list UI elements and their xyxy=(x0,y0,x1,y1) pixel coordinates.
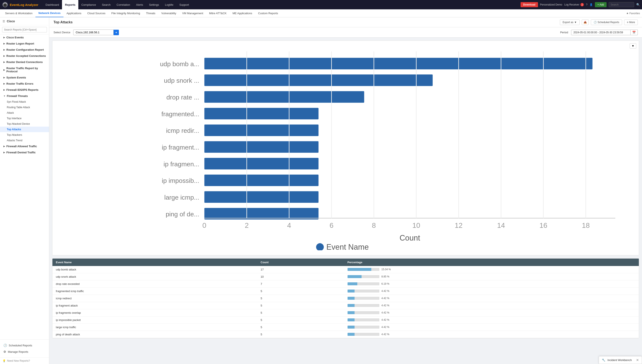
cell-event-name: ip fragment attack xyxy=(53,302,257,309)
footer-icon: ⚙ xyxy=(4,350,6,354)
cell-event-name: ip impossible packet xyxy=(53,316,257,324)
workbench-close-button[interactable]: ✕ xyxy=(636,358,639,362)
scheduled-reports-button[interactable]: 🕐 Scheduled Reports xyxy=(591,20,622,25)
sidebar-group-8[interactable]: ▶ Firewall IDS/IPS Reports xyxy=(0,87,49,93)
global-search-input[interactable] xyxy=(609,2,634,7)
second-nav-item-vm-management[interactable]: VM Management xyxy=(179,9,206,17)
sidebar-sub-top-attacks[interactable]: Top Attacks xyxy=(0,127,49,132)
second-nav-item-cloud-sources[interactable]: Cloud Sources xyxy=(84,9,108,17)
help-link[interactable]: ? xyxy=(586,3,587,6)
pct-text: 4.42 % xyxy=(382,297,389,300)
nav-item-support[interactable]: Support xyxy=(176,0,192,9)
device-input[interactable] xyxy=(73,30,114,35)
svg-rect-15 xyxy=(204,174,319,186)
workbench-icon: 🔧 xyxy=(602,358,605,362)
svg-text:Count: Count xyxy=(400,234,420,242)
sidebar-group-5[interactable]: ▶ Router Traffic Report by Protocol xyxy=(0,65,49,74)
chart-dropdown-button[interactable]: ▼ xyxy=(630,43,636,48)
sidebar-group-1[interactable]: ▶ Router Logon Report xyxy=(0,40,49,47)
clock-icon: 🕐 xyxy=(594,21,597,24)
caret-icon: ▶ xyxy=(4,55,5,57)
calendar-button[interactable]: 📅 xyxy=(630,30,638,35)
sidebar-footer-scheduled-reports[interactable]: 🕐Scheduled Reports xyxy=(3,342,47,348)
nav-item-alerts[interactable]: Alerts xyxy=(133,0,146,9)
pct-bar-cell: 15.04 % xyxy=(348,268,635,271)
sidebar-sub-attack[interactable]: Attack xyxy=(0,110,49,116)
device-add-button[interactable]: + xyxy=(114,30,119,35)
cell-event-name: ping of death attack xyxy=(53,331,257,338)
nav-item-dashboard[interactable]: Dashboard xyxy=(43,0,62,9)
sidebar-footer-manage-reports[interactable]: ⚙Manage Reports xyxy=(3,348,47,355)
sidebar-search-input[interactable] xyxy=(2,27,47,32)
pct-text: 8.85 % xyxy=(382,275,389,278)
cell-percentage: 15.04 % xyxy=(344,266,639,273)
pct-text: 4.42 % xyxy=(382,326,389,328)
second-nav-item-me-applications[interactable]: ME Applications xyxy=(229,9,255,17)
nav-item-compliance[interactable]: Compliance xyxy=(78,0,99,9)
sidebar-sub-top-interface[interactable]: Top Interface xyxy=(0,116,49,121)
main-nav-items: DashboardReportsComplianceSearchCorrelat… xyxy=(43,0,192,9)
sidebar-group-firewall-denied[interactable]: ▶ Firewall Denied Traffic xyxy=(0,149,49,156)
table-row: ping of death attack54.42 % xyxy=(53,331,639,338)
second-nav-item-servers---workstation[interactable]: Servers & Workstation xyxy=(2,9,36,17)
caret-icon: ▼ xyxy=(4,95,6,97)
more-button[interactable]: ≡ More xyxy=(624,20,638,25)
sidebar-group-9[interactable]: ▼ Firewall Threats xyxy=(0,93,49,99)
sidebar-group-7[interactable]: ▶ Router Traffic Errors xyxy=(0,80,49,87)
table-row: icmp redirect54.42 % xyxy=(53,295,639,302)
second-nav-item-file-integrity-monitoring[interactable]: File Integrity Monitoring xyxy=(109,9,143,17)
nav-item-logme[interactable]: LogMe xyxy=(162,0,176,9)
sidebar-sub-attacks-trend[interactable]: Attacks Trend xyxy=(0,138,49,143)
sidebar-group-6[interactable]: ▶ System Events xyxy=(0,74,49,80)
nav-item-reports[interactable]: Reports xyxy=(62,0,78,9)
nav-item-settings[interactable]: Settings xyxy=(146,0,162,9)
export-button[interactable]: Export as ▼ xyxy=(560,20,580,25)
download-button[interactable]: Download xyxy=(521,2,538,7)
second-nav-item-applications[interactable]: Applications xyxy=(64,9,84,17)
cell-count: 5 xyxy=(257,295,344,302)
svg-rect-1 xyxy=(204,58,592,69)
favorites-button[interactable]: ★ Favorites xyxy=(626,12,640,15)
sidebar-group-4[interactable]: ▶ Router Denied Connections xyxy=(0,59,49,65)
sidebar-group-firewall-allowed[interactable]: ▶ Firewall Allowed Traffic xyxy=(0,143,49,149)
pct-bar-bg xyxy=(348,268,379,271)
sidebar-sub-syn-flood-attack[interactable]: Syn Flood Attack xyxy=(0,99,49,104)
table-row: udp snork attack108.85 % xyxy=(53,273,639,280)
pct-bar-fill xyxy=(348,268,372,271)
sidebar-group-3[interactable]: ▶ Router Accepted Connections xyxy=(0,53,49,59)
pct-bar-fill xyxy=(348,311,355,314)
incident-workbench: 🔧 Incident Workbench ✕ xyxy=(599,356,642,364)
nav-item-search[interactable]: Search xyxy=(99,0,114,9)
second-nav-item-custom-reports[interactable]: Custom Reports xyxy=(255,9,281,17)
sidebar-group-0[interactable]: ▶ Cisco Events xyxy=(0,34,49,40)
caret-icon: ▶ xyxy=(4,61,5,63)
second-nav-item-mitre-att-ck[interactable]: Mitre ATT&CK xyxy=(206,9,229,17)
pct-text: 4.42 % xyxy=(382,333,389,336)
share-icon-button[interactable]: 📤 xyxy=(582,20,589,25)
personalized-demo-link[interactable]: Personalized Demo xyxy=(540,3,562,6)
pct-bar-cell: 4.42 % xyxy=(348,318,635,321)
user-icon[interactable]: 👤 xyxy=(589,3,593,6)
log-receiver-link[interactable]: Log Receiver 2 xyxy=(564,3,584,6)
logo-area: ⬤ EventLog Analyzer xyxy=(2,2,39,8)
nav-item-correlation[interactable]: Correlation xyxy=(114,0,133,9)
sidebar-sub-top-attacked-device[interactable]: Top Attacked Device xyxy=(0,121,49,127)
table-row: fragmented icmp traffic54.42 % xyxy=(53,288,639,295)
cell-percentage: 4.42 % xyxy=(344,302,639,309)
pct-text: 6.19 % xyxy=(382,282,389,285)
sidebar-group-2[interactable]: ▶ Router Configuration Report xyxy=(0,47,49,53)
second-nav-item-network-devices[interactable]: Network Devices xyxy=(36,9,64,17)
second-nav-item-threats[interactable]: Threats xyxy=(143,9,158,17)
cell-event-name: udp snork attack xyxy=(53,273,257,280)
col-percentage: Percentage xyxy=(344,258,639,266)
sidebar-title: Cisco xyxy=(7,20,15,23)
pct-bar-bg xyxy=(348,333,379,336)
search-icon[interactable]: 🔍 xyxy=(636,3,640,6)
second-nav-item-vulnerability[interactable]: Vulnerability xyxy=(158,9,179,17)
sidebar-sub-routing-table-attack[interactable]: Routing Table Attack xyxy=(0,104,49,110)
period-input[interactable] xyxy=(571,30,630,35)
add-button[interactable]: + Add xyxy=(595,2,606,7)
sidebar-sub-top-attackers[interactable]: Top Attackers xyxy=(0,132,49,138)
pct-bar-fill xyxy=(348,304,355,307)
sidebar-collapse-icon[interactable]: ☰ xyxy=(3,20,5,23)
